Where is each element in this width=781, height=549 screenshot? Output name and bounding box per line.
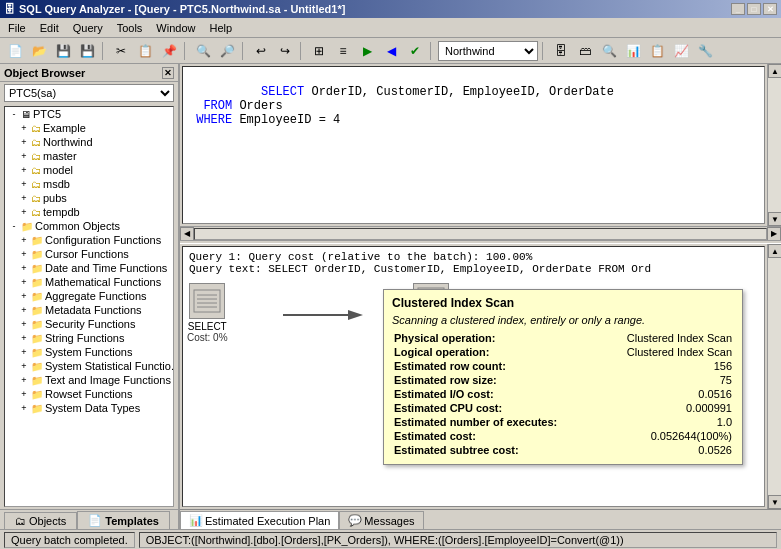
- expand-pubs[interactable]: +: [17, 193, 31, 203]
- tree-expand-root[interactable]: -: [7, 109, 21, 119]
- tree-item-tempdb[interactable]: + 🗂 tempdb: [5, 205, 173, 219]
- expand-northwind[interactable]: +: [17, 137, 31, 147]
- tab-templates[interactable]: 📄 Templates: [77, 511, 170, 529]
- tree-item-string-fn[interactable]: + 📁 String Functions: [5, 331, 173, 345]
- tab-objects[interactable]: 🗂 Objects: [4, 512, 77, 529]
- redo-button[interactable]: ↪: [274, 41, 296, 61]
- menu-query[interactable]: Query: [67, 20, 109, 36]
- database-select[interactable]: Northwind: [438, 41, 538, 61]
- title-bar-controls[interactable]: _ □ ✕: [731, 3, 777, 15]
- menu-edit[interactable]: Edit: [34, 20, 65, 36]
- tree-item-system-fn[interactable]: + 📁 System Functions: [5, 345, 173, 359]
- db-button2[interactable]: 🗃: [574, 41, 596, 61]
- expand-textimage-fn[interactable]: +: [17, 375, 31, 385]
- db-instance-select[interactable]: PTC5(sa): [4, 84, 174, 102]
- expand-datetime-fn[interactable]: +: [17, 263, 31, 273]
- new-button[interactable]: 📄: [4, 41, 26, 61]
- expand-common-objects[interactable]: -: [7, 221, 21, 231]
- open-button[interactable]: 📂: [28, 41, 50, 61]
- tree-item-cursor-fn[interactable]: + 📁 Cursor Functions: [5, 247, 173, 261]
- expand-master[interactable]: +: [17, 151, 31, 161]
- save-all-button[interactable]: 💾: [76, 41, 98, 61]
- minimize-button[interactable]: _: [731, 3, 745, 15]
- expand-msdb[interactable]: +: [17, 179, 31, 189]
- save-button[interactable]: 💾: [52, 41, 74, 61]
- vscroll-track[interactable]: [768, 78, 781, 212]
- expand-tempdb[interactable]: +: [17, 207, 31, 217]
- maximize-button[interactable]: □: [747, 3, 761, 15]
- hscroll-track[interactable]: [194, 228, 767, 240]
- expand-system-fn[interactable]: +: [17, 347, 31, 357]
- tree-item-security-fn[interactable]: + 📁 Security Functions: [5, 317, 173, 331]
- expand-datatypes[interactable]: +: [17, 403, 31, 413]
- results-panel[interactable]: Query 1: Query cost (relative to the bat…: [182, 246, 765, 507]
- tree-item-pubs[interactable]: + 🗂 pubs: [5, 191, 173, 205]
- tree-item-northwind[interactable]: + 🗂 Northwind: [5, 135, 173, 149]
- menu-window[interactable]: Window: [150, 20, 201, 36]
- paste-button[interactable]: 📌: [158, 41, 180, 61]
- tree-item-meta-fn[interactable]: + 📁 Metadata Functions: [5, 303, 173, 317]
- tree-item-config-fn[interactable]: + 📁 Configuration Functions: [5, 233, 173, 247]
- expand-math-fn[interactable]: +: [17, 277, 31, 287]
- hscroll-right[interactable]: ▶: [767, 227, 781, 241]
- tree-item-agg-fn[interactable]: + 📁 Aggregate Functions: [5, 289, 173, 303]
- tree-item-model[interactable]: + 🗂 model: [5, 163, 173, 177]
- tree-root[interactable]: - 🖥 PTC5: [5, 107, 173, 121]
- expand-sysstat-fn[interactable]: +: [17, 361, 31, 371]
- tab-execution-plan[interactable]: 📊 Estimated Execution Plan: [180, 511, 339, 529]
- tree-item-sysstat-fn[interactable]: + 📁 System Statistical Functio...: [5, 359, 173, 373]
- stop-button[interactable]: ◀: [380, 41, 402, 61]
- run-button[interactable]: ▶: [356, 41, 378, 61]
- cut-button[interactable]: ✂: [110, 41, 132, 61]
- tree-item-datatypes[interactable]: + 📁 System Data Types: [5, 401, 173, 415]
- query-vscroll[interactable]: ▲ ▼: [767, 64, 781, 226]
- menu-help[interactable]: Help: [203, 20, 238, 36]
- tree-view[interactable]: - 🖥 PTC5 + 🗂 Example + 🗂 Northwind + 🗂 m…: [4, 106, 174, 507]
- db-button3[interactable]: 🔍: [598, 41, 620, 61]
- tree-item-rowset-fn[interactable]: + 📁 Rowset Functions: [5, 387, 173, 401]
- expand-config-fn[interactable]: +: [17, 235, 31, 245]
- check-button[interactable]: ✔: [404, 41, 426, 61]
- expand-string-fn[interactable]: +: [17, 333, 31, 343]
- results-vscroll[interactable]: ▲ ▼: [767, 244, 781, 509]
- find-button[interactable]: 🔍: [192, 41, 214, 61]
- text-button[interactable]: ≡: [332, 41, 354, 61]
- tree-item-msdb[interactable]: + 🗂 msdb: [5, 177, 173, 191]
- tree-item-datetime-fn[interactable]: + 📁 Date and Time Functions: [5, 261, 173, 275]
- query-hscroll[interactable]: ◀ ▶: [180, 226, 781, 240]
- menu-file[interactable]: File: [2, 20, 32, 36]
- db-button1[interactable]: 🗄: [550, 41, 572, 61]
- replace-button[interactable]: 🔎: [216, 41, 238, 61]
- tree-item-master[interactable]: + 🗂 master: [5, 149, 173, 163]
- db-button7[interactable]: 🔧: [694, 41, 716, 61]
- expand-agg-fn[interactable]: +: [17, 291, 31, 301]
- vscroll-up[interactable]: ▲: [768, 64, 781, 78]
- undo-button[interactable]: ↩: [250, 41, 272, 61]
- grid-button[interactable]: ⊞: [308, 41, 330, 61]
- expand-meta-fn[interactable]: +: [17, 305, 31, 315]
- menu-tools[interactable]: Tools: [111, 20, 149, 36]
- db-button5[interactable]: 📋: [646, 41, 668, 61]
- tree-item-textimage-fn[interactable]: + 📁 Text and Image Functions: [5, 373, 173, 387]
- expand-model[interactable]: +: [17, 165, 31, 175]
- close-button[interactable]: ✕: [763, 3, 777, 15]
- svg-marker-6: [348, 310, 363, 320]
- tree-item-example[interactable]: + 🗂 Example: [5, 121, 173, 135]
- vscroll-down[interactable]: ▼: [768, 212, 781, 226]
- results-vscroll-down[interactable]: ▼: [768, 495, 781, 509]
- results-vscroll-up[interactable]: ▲: [768, 244, 781, 258]
- object-browser-close[interactable]: ✕: [162, 67, 174, 79]
- db-button6[interactable]: 📈: [670, 41, 692, 61]
- expand-cursor-fn[interactable]: +: [17, 249, 31, 259]
- query-editor[interactable]: SELECT OrderID, CustomerID, EmployeeID, …: [182, 66, 765, 224]
- copy-button[interactable]: 📋: [134, 41, 156, 61]
- tree-item-common-objects[interactable]: - 📁 Common Objects: [5, 219, 173, 233]
- db-button4[interactable]: 📊: [622, 41, 644, 61]
- tab-messages[interactable]: 💬 Messages: [339, 511, 423, 529]
- expand-rowset-fn[interactable]: +: [17, 389, 31, 399]
- tree-item-math-fn[interactable]: + 📁 Mathematical Functions: [5, 275, 173, 289]
- results-vscroll-track[interactable]: [768, 258, 781, 495]
- expand-security-fn[interactable]: +: [17, 319, 31, 329]
- expand-example[interactable]: +: [17, 123, 31, 133]
- hscroll-left[interactable]: ◀: [180, 227, 194, 241]
